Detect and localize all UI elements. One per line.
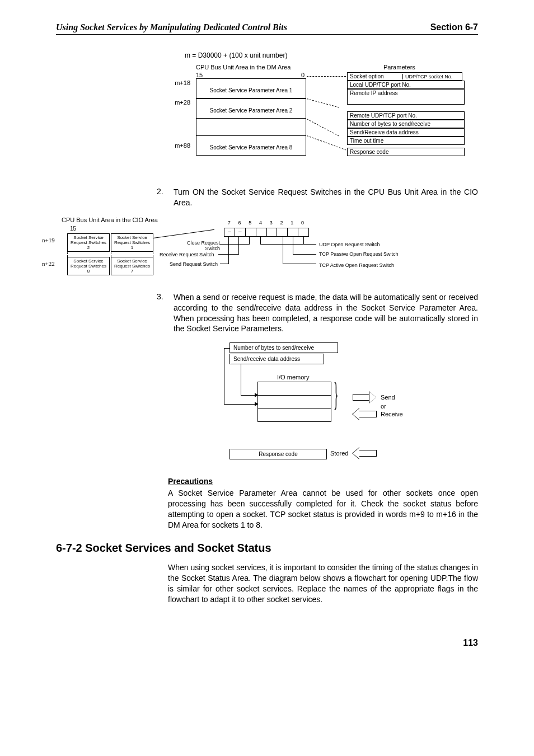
precautions-block: Precautions A Socket Service Parameter A…	[168, 477, 478, 530]
cell-socket-option: Socket option	[350, 73, 402, 79]
page-number: 113	[56, 638, 478, 648]
box-num-bytes: Number of bytes to send/receive	[229, 342, 338, 353]
memory-block	[257, 382, 331, 422]
row-timeout: Time out time	[347, 137, 465, 145]
bit-cell-4	[256, 228, 267, 236]
section-body: When using socket services, it is import…	[168, 562, 478, 605]
param-area-1: Socket Service Parameter Area 1	[196, 78, 306, 98]
offset-m18: m+18	[165, 79, 190, 86]
diagram-io-memory: Number of bytes to send/receive Send/rec…	[168, 342, 478, 471]
row-bytes: Number of bytes to send/receive	[347, 120, 465, 128]
axis-0: 0	[301, 72, 305, 78]
bit-row: – –	[224, 228, 309, 237]
bit-3: 3	[266, 220, 277, 226]
row-data-addr: Send/Receive data address	[347, 128, 465, 137]
lbl-send: Send Request Switch	[170, 261, 218, 267]
row-local-port: Local UDP/TCP port No.	[347, 81, 465, 89]
param-area-2: Socket Service Parameter Area 2	[196, 98, 306, 119]
bit-6: 6	[235, 220, 245, 226]
sw-box-8: Socket Service Request Switches 8	[67, 257, 110, 275]
precautions-title: Precautions	[168, 477, 213, 486]
param-area-8: Socket Service Parameter Area 8	[196, 135, 306, 156]
parameters-title: Parameters	[383, 64, 415, 71]
offset-m28: m+28	[165, 99, 190, 106]
bit-cell-1	[288, 228, 298, 236]
axis-15: 15	[196, 72, 203, 78]
precautions-text: A Socket Service Parameter Area cannot b…	[168, 488, 478, 530]
lbl-receive: Receive Request Switch	[160, 252, 214, 257]
bit-2: 2	[277, 220, 287, 226]
bit-cell-0	[298, 228, 308, 236]
stored-label: Stored	[330, 450, 348, 457]
box-data-addr: Send/receive data address	[229, 354, 324, 364]
step-2-num: 2.	[157, 187, 174, 208]
bit-cell-5	[246, 228, 256, 236]
row-response: Response code	[347, 148, 465, 156]
receive-label: Receive	[381, 411, 403, 417]
row-socket-option: Socket optionUDP/TCP socket No.	[347, 72, 462, 81]
offset-m88: m+88	[165, 142, 190, 149]
step-2-text: Turn ON the Socket Service Request Switc…	[174, 187, 478, 208]
step-3-num: 3.	[157, 292, 174, 335]
row-remote-ip: Remote IP address	[347, 89, 465, 105]
send-label: Send	[381, 394, 395, 401]
lbl-tcp-active: TCP Active Open Request Switch	[319, 262, 394, 268]
bit-0: 0	[297, 220, 308, 226]
bit-5: 5	[245, 220, 256, 226]
cell-socket-no: UDP/TCP socket No.	[402, 74, 458, 79]
formula: m = D30000 + (100 x unit number)	[185, 51, 478, 59]
bit-7: 7	[224, 220, 235, 226]
section-heading: 6-7-2 Socket Services and Socket Status	[56, 542, 478, 555]
bit-numbers: 7 6 5 4 3 2 1 0	[224, 220, 308, 226]
page-header: Using Socket Services by Manipulating De…	[56, 22, 478, 35]
bit-4: 4	[255, 220, 266, 226]
lbl-close: Close Request Switch	[184, 240, 220, 251]
bit-cell-2	[277, 228, 288, 236]
header-right: Section 6-7	[430, 22, 478, 32]
idx15: 15	[70, 226, 76, 232]
dm-area-title: CPU Bus Unit Area in the DM Area	[196, 64, 291, 71]
bit-cell-3	[267, 228, 278, 236]
box-response: Response code	[229, 449, 327, 459]
sw-box-7: Socket Service Request Switches 7	[111, 257, 153, 275]
header-left: Using Socket Services by Manipulating De…	[56, 22, 287, 32]
step-3-text: When a send or receive request is made, …	[174, 292, 478, 335]
lbl-udp-open: UDP Open Request Switch	[319, 242, 380, 247]
or-label: or	[381, 403, 386, 410]
bit-1: 1	[287, 220, 298, 226]
diagram-dm-area: m = D30000 + (100 x unit number) CPU Bus…	[168, 51, 478, 176]
diagram-cio-area: CPU Bus Unit Area in the CIO Area 15 n+1…	[45, 217, 478, 284]
n22: n+22	[42, 260, 55, 267]
step-2: 2. Turn ON the Socket Service Request Sw…	[157, 187, 478, 208]
row-remote-port: Remote UDP/TCP port No.	[347, 111, 465, 120]
bit-cell-7: –	[224, 228, 235, 236]
step-3: 3. When a send or receive request is mad…	[157, 292, 478, 335]
n19: n+19	[42, 237, 55, 243]
bit-cell-6: –	[235, 228, 246, 236]
io-memory-label: I/O memory	[277, 374, 309, 381]
lbl-tcp-passive: TCP Passive Open Request Switch	[319, 251, 398, 257]
cio-title: CPU Bus Unit Area in the CIO Area	[62, 217, 158, 223]
